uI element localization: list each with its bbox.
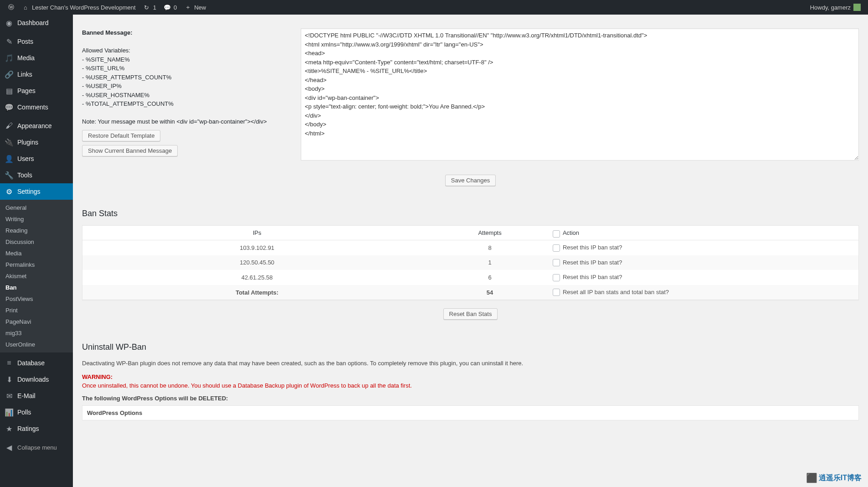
cell-action: Reset this IP ban stat?: [563, 244, 622, 251]
menu-label: Downloads: [17, 376, 49, 383]
menu-ratings[interactable]: ★Ratings: [0, 420, 73, 437]
menu-label: Appearance: [17, 122, 52, 130]
reset-checkbox[interactable]: [553, 259, 560, 266]
menu-email[interactable]: ✉E-Mail: [0, 388, 73, 404]
cell-ip: 42.61.25.58: [82, 270, 432, 285]
menu-label: Ratings: [17, 425, 39, 432]
home-icon: ⌂: [22, 4, 29, 11]
new-label: New: [194, 4, 206, 11]
menu-label: Polls: [17, 409, 31, 416]
sub-useronline[interactable]: UserOnline: [0, 339, 73, 350]
menu-links[interactable]: 🔗Links: [0, 66, 73, 83]
menu-label: Users: [17, 155, 34, 162]
show-banned-button[interactable]: Show Current Banned Message: [82, 145, 178, 156]
restore-template-button[interactable]: Restore Default Template: [82, 130, 160, 141]
wordpress-icon: ⓦ: [7, 3, 15, 11]
cell-attempts: 1: [431, 255, 548, 270]
banned-message-labels: Banned Message: Allowed Variables: - %SI…: [82, 28, 301, 156]
admin-bar: ⓦ ⌂Lester Chan's WordPress Development ↻…: [0, 0, 868, 15]
comment-icon: 💬: [5, 103, 14, 112]
menu-comments[interactable]: 💬Comments: [0, 99, 73, 115]
menu-dashboard[interactable]: ◉Dashboard: [0, 15, 73, 31]
sub-media[interactable]: Media: [0, 248, 73, 259]
col-attempts: Attempts: [431, 226, 548, 240]
banned-message-textarea[interactable]: [301, 28, 859, 161]
sub-writing[interactable]: Writing: [0, 213, 73, 225]
sub-postviews[interactable]: PostViews: [0, 293, 73, 305]
howdy-account[interactable]: Howdy, gamerz: [806, 0, 864, 15]
reset-checkbox[interactable]: [553, 274, 560, 281]
menu-database[interactable]: ≡Database: [0, 355, 73, 371]
settings-icon: ⚙: [5, 187, 14, 196]
site-title: Lester Chan's WordPress Development: [32, 4, 136, 11]
sub-ban[interactable]: Ban: [0, 282, 73, 293]
updates-link[interactable]: ↻1: [139, 0, 160, 15]
mail-icon: ✉: [5, 391, 14, 400]
cell-ip: 120.50.45.50: [82, 255, 432, 270]
menu-label: Comments: [17, 104, 48, 111]
dashboard-icon: ◉: [5, 18, 14, 27]
col-action: Action: [548, 226, 859, 240]
menu-users[interactable]: 👤Users: [0, 150, 73, 167]
comment-icon: 💬: [164, 4, 171, 11]
select-all-checkbox[interactable]: [553, 230, 560, 238]
menu-polls[interactable]: 📊Polls: [0, 404, 73, 420]
sub-pagenavi[interactable]: PageNavi: [0, 316, 73, 327]
site-name-link[interactable]: ⌂Lester Chan's WordPress Development: [18, 0, 139, 15]
reset-checkbox[interactable]: [553, 244, 560, 252]
sub-mig33[interactable]: mig33: [0, 327, 73, 339]
cell-action: Reset this IP ban stat?: [563, 274, 622, 280]
menu-media[interactable]: 🎵Media: [0, 50, 73, 66]
sub-akismet[interactable]: Akismet: [0, 270, 73, 282]
menu-label: Dashboard: [17, 19, 49, 26]
table-row: 42.61.25.58 6 Reset this IP ban stat?: [82, 270, 859, 285]
reset-all-checkbox[interactable]: [553, 289, 560, 296]
total-action: Reset all IP ban stats and total ban sta…: [563, 289, 669, 295]
cell-attempts: 6: [431, 270, 548, 285]
menu-label: Database: [17, 359, 45, 367]
sub-reading[interactable]: Reading: [0, 225, 73, 236]
update-icon: ↻: [143, 4, 150, 11]
total-label: Total Attempts:: [82, 285, 432, 300]
ban-stats-table: IPs Attempts Action 103.9.102.91 8 Reset…: [82, 225, 859, 300]
menu-posts[interactable]: ✎Posts: [0, 33, 73, 50]
updates-count: 1: [153, 4, 156, 11]
table-total-row: Total Attempts: 54 Reset all IP ban stat…: [82, 285, 859, 300]
menu-settings[interactable]: ⚙Settings: [0, 183, 73, 200]
sub-general[interactable]: General: [0, 202, 73, 213]
table-row: 120.50.45.50 1 Reset this IP ban stat?: [82, 255, 859, 270]
menu-appearance[interactable]: 🖌Appearance: [0, 118, 73, 134]
wp-logo[interactable]: ⓦ: [4, 0, 18, 15]
deleted-options-table: WordPress Options: [82, 405, 859, 420]
menu-label: Links: [17, 71, 32, 78]
warning-label: WARNING:: [82, 373, 113, 380]
page-icon: ▤: [5, 86, 14, 95]
comments-count: 0: [174, 4, 177, 11]
user-icon: 👤: [5, 154, 14, 163]
sub-discussion[interactable]: Discussion: [0, 236, 73, 248]
menu-tools[interactable]: 🔧Tools: [0, 167, 73, 183]
cell-ip: 103.9.102.91: [82, 240, 432, 255]
deleted-heading: The following WordPress Options will be …: [82, 394, 859, 403]
col-action-label: Action: [563, 229, 579, 236]
menu-pages[interactable]: ▤Pages: [0, 83, 73, 99]
menu-downloads[interactable]: ⬇Downloads: [0, 371, 73, 388]
brush-icon: 🖌: [5, 121, 14, 130]
menu-plugins[interactable]: 🔌Plugins: [0, 134, 73, 150]
deleted-table-header: WordPress Options: [82, 406, 859, 420]
uninstall-heading: Uninstall WP-Ban: [82, 342, 859, 352]
save-changes-button[interactable]: Save Changes: [445, 175, 496, 186]
allowed-vars-heading: Allowed Variables:: [82, 46, 301, 55]
content-area: Banned Message: Allowed Variables: - %SI…: [73, 0, 868, 439]
menu-label: Pages: [17, 87, 36, 94]
sub-print[interactable]: Print: [0, 305, 73, 316]
ban-stats-heading: Ban Stats: [82, 209, 859, 218]
new-content-link[interactable]: ＋New: [180, 0, 210, 15]
media-icon: 🎵: [5, 53, 14, 62]
banned-message-label: Banned Message:: [82, 29, 133, 36]
sub-permalinks[interactable]: Permalinks: [0, 259, 73, 270]
comments-link[interactable]: 💬0: [160, 0, 180, 15]
table-row: 103.9.102.91 8 Reset this IP ban stat?: [82, 240, 859, 255]
allowed-var: - %USER_ATTEMPTS_COUNT%: [82, 73, 301, 82]
reset-ban-stats-button[interactable]: Reset Ban Stats: [443, 308, 498, 320]
